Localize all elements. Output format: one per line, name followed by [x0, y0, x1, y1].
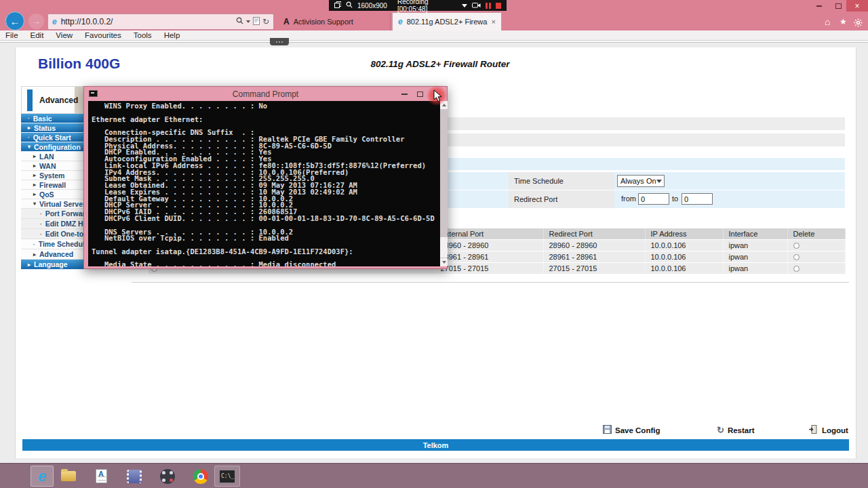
- expand-icon[interactable]: [334, 1, 341, 9]
- delete-radio[interactable]: [793, 243, 800, 249]
- menu-favourites[interactable]: Favourites: [85, 31, 121, 39]
- col-ip-address: IP Address: [645, 228, 723, 239]
- mouse-cursor: [433, 89, 442, 105]
- redirect-to-input[interactable]: 0: [682, 193, 713, 205]
- taskbar: e A C:\_ 05:05 PM 2013-05-09: [0, 463, 868, 488]
- refresh-icon[interactable]: ↻: [262, 17, 269, 26]
- search-dropdown-icon[interactable]: [246, 20, 250, 23]
- delete-radio[interactable]: [793, 266, 800, 272]
- window-maximize-button[interactable]: [830, 1, 846, 11]
- menu-bar: File Edit View Favourites Tools Help: [0, 30, 868, 41]
- time-schedule-label: Time Schedule: [509, 172, 614, 190]
- col-external-port: External Port: [435, 228, 543, 239]
- menu-help[interactable]: Help: [164, 31, 180, 39]
- recording-status: Recording [00:05:48]: [397, 0, 457, 13]
- back-button[interactable]: ←: [5, 12, 24, 30]
- cmd-title: Command Prompt: [84, 89, 447, 99]
- pause-button[interactable]: [486, 3, 491, 9]
- taskbar-chrome-icon[interactable]: [189, 466, 212, 487]
- menu-file[interactable]: File: [5, 31, 18, 39]
- to-label: to: [672, 195, 678, 203]
- address-bar[interactable]: e http://10.0.0.2/ ↻: [47, 14, 274, 30]
- redirect-port-label: Redirect Port: [509, 190, 614, 208]
- taskbar-wordpad-icon[interactable]: A: [90, 466, 113, 487]
- folder-icon: [61, 471, 76, 481]
- col-delete: Delete: [787, 228, 845, 239]
- brand-logo: Billion 400G: [38, 56, 120, 72]
- scroll-down-icon[interactable]: [440, 258, 448, 266]
- viewport-divider: [0, 42, 868, 43]
- taskbar-ie-icon[interactable]: e: [31, 466, 54, 487]
- cmd-output: WINS Proxy Enabled. . . . . . . . : No E…: [88, 101, 440, 266]
- zoom-icon[interactable]: [346, 1, 353, 9]
- recorder-dropdown-icon[interactable]: [462, 4, 467, 7]
- cmd-minimize-button[interactable]: [397, 87, 412, 101]
- from-label: from: [621, 195, 636, 203]
- home-icon[interactable]: ⌂: [825, 16, 830, 27]
- camera-icon[interactable]: [472, 2, 481, 9]
- chrome-icon: [193, 469, 208, 484]
- delete-radio[interactable]: [793, 254, 800, 260]
- router-tab-icon-ie: e: [398, 17, 403, 26]
- screen: × ← → e http://10.0.0.2/ ↻ A Activision …: [0, 0, 868, 488]
- col-interface: Interface: [723, 228, 787, 239]
- recording-toolbar: 1600x900 Recording [00:05:48]: [329, 0, 507, 11]
- cmd-maximize-button[interactable]: [412, 87, 427, 101]
- window-minimize-button[interactable]: [811, 1, 827, 11]
- page-title: 802.11g ADSL2+ Firewall Router: [338, 59, 542, 69]
- activision-tab-icon: A: [283, 17, 290, 26]
- taskbar-moviemaker-icon[interactable]: [123, 466, 146, 487]
- stop-button[interactable]: [496, 3, 501, 9]
- restart-button[interactable]: ↻ Restart: [717, 425, 755, 435]
- terminal-icon: C:\_: [219, 470, 235, 483]
- url-text: http://10.0.0.2/: [61, 17, 113, 26]
- tab-close-icon[interactable]: ×: [492, 18, 496, 26]
- restart-icon: ↻: [717, 425, 724, 435]
- film-reel-icon: [160, 469, 175, 484]
- menu-tools[interactable]: Tools: [134, 31, 152, 39]
- window-close-button[interactable]: ×: [846, 0, 868, 12]
- page-favicon-ie: e: [52, 17, 57, 26]
- search-icon[interactable]: [236, 17, 243, 26]
- footer-bar: Telkom: [22, 439, 849, 451]
- tab-activision-support[interactable]: A Activision Support: [278, 13, 391, 30]
- chevron-down-icon: [656, 180, 662, 183]
- scrollbar-thumb[interactable]: [440, 237, 448, 258]
- cmd-console: WINS Proxy Enabled. . . . . . . . : No E…: [88, 101, 440, 266]
- save-icon: [603, 425, 612, 435]
- document-icon: A: [96, 469, 107, 483]
- menu-edit[interactable]: Edit: [31, 31, 44, 39]
- redirect-from-input[interactable]: 0: [638, 193, 669, 205]
- time-schedule-select[interactable]: Always On: [617, 175, 665, 187]
- cmd-titlebar[interactable]: Command Prompt ×: [84, 87, 447, 101]
- recorder-handle[interactable]: [270, 38, 289, 45]
- logout-icon: [809, 425, 818, 435]
- panel-divider: [132, 282, 849, 283]
- taskbar-cmd-icon[interactable]: C:\_: [214, 466, 240, 487]
- favorites-star-icon[interactable]: ★: [840, 17, 847, 26]
- save-config-button[interactable]: Save Config: [603, 425, 660, 435]
- recording-resolution: 1600x900: [357, 2, 387, 9]
- taskbar-explorer-icon[interactable]: [57, 466, 80, 487]
- taskbar-mediaplayer-icon[interactable]: [156, 466, 179, 487]
- cmd-window[interactable]: Command Prompt × WINS Proxy Enabled. . .…: [83, 86, 448, 269]
- forward-button[interactable]: →: [28, 14, 44, 29]
- settings-gear-icon[interactable]: [854, 18, 863, 30]
- col-redirect-port: Redirect Port: [543, 228, 645, 239]
- tab-router-firewall[interactable]: e 802.11g ADSL2+ Firewall Ro... ×: [392, 12, 502, 30]
- sidebar-tab-accent: [27, 89, 33, 111]
- compatibility-icon[interactable]: [253, 17, 260, 27]
- cmd-scrollbar[interactable]: [440, 101, 448, 266]
- menu-view[interactable]: View: [56, 31, 73, 39]
- film-strip-icon: [127, 470, 142, 483]
- logout-button[interactable]: Logout: [809, 425, 848, 435]
